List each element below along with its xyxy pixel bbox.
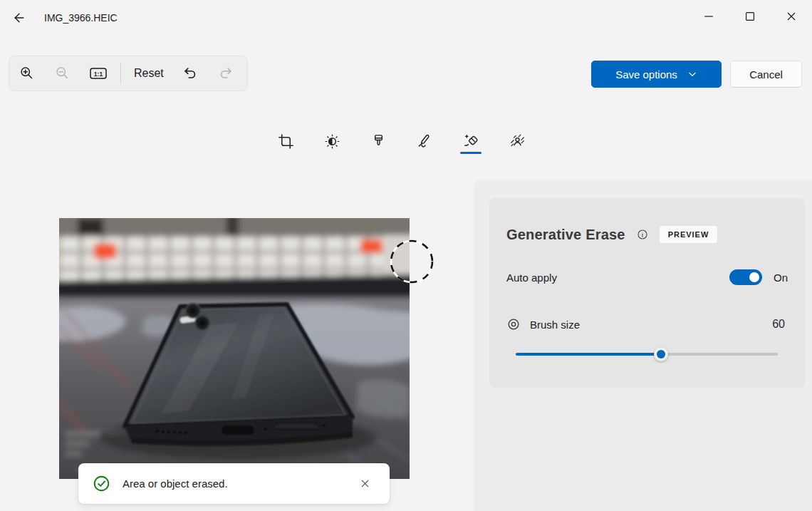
light-adjust-icon [324,133,340,150]
info-icon[interactable] [636,228,649,241]
chevron-down-icon [687,69,697,79]
zoom-out-button[interactable] [45,56,80,91]
generative-erase-panel: Generative Erase PREVIEW Auto apply On [474,180,812,511]
maximize-icon [743,9,757,24]
slider-fill [516,353,661,356]
brush-size-label: Brush size [530,319,580,331]
close-icon [784,9,798,24]
reset-button[interactable]: Reset [125,56,172,91]
filter-icon [370,133,387,150]
maximize-button[interactable] [729,0,771,33]
toast-close-button[interactable] [354,473,375,495]
panel-title: Generative Erase [506,227,625,243]
success-check-icon [93,475,110,492]
minimize-button[interactable] [688,0,729,33]
preview-badge: PREVIEW [660,226,718,243]
photos-editor-window: IMG_3966.HEIC [0,0,812,511]
svg-text:1:1: 1:1 [94,71,103,78]
toast-notification: Area or object erased. [78,463,390,504]
tab-background[interactable] [501,125,533,157]
close-button[interactable] [771,0,812,33]
tab-markup[interactable] [409,125,440,157]
tab-crop[interactable] [270,125,301,157]
slider-thumb-inner [657,350,665,358]
brush-size-value: 60 [772,318,785,331]
generative-erase-icon [463,133,479,150]
card-title-row: Generative Erase PREVIEW [506,224,717,245]
zoom-in-button[interactable] [9,56,45,91]
tab-filter[interactable] [363,125,394,157]
background-icon [509,133,526,150]
toolbar-divider [120,63,121,83]
back-button[interactable] [7,8,31,28]
auto-apply-row: Auto apply On [506,267,788,288]
actual-size-button[interactable]: 1:1 [80,56,116,91]
tab-generative-erase[interactable] [455,125,486,157]
toast-message: Area or object erased. [123,478,228,490]
auto-apply-toggle[interactable] [729,269,762,285]
redo-icon [218,66,234,81]
photo-canvas[interactable] [59,218,410,479]
toggle-knob [749,272,759,282]
edit-tabs [270,125,533,157]
window-title: IMG_3966.HEIC [44,12,118,24]
brush-size-row: Brush size 60 [506,314,785,335]
zoom-in-icon [19,66,35,81]
brush-size-slider[interactable] [516,347,778,361]
zoom-out-icon [55,66,71,81]
brush-size-icon [506,317,521,331]
back-arrow-icon [12,11,26,25]
crop-icon [278,133,294,150]
auto-apply-state: On [774,272,788,284]
selected-tab-indicator [460,152,482,154]
canvas-toolbar: 1:1 Reset [9,56,248,91]
markup-icon [417,133,433,150]
save-options-label: Save options [615,68,677,81]
auto-apply-label: Auto apply [506,272,557,284]
redo-button[interactable] [208,56,244,91]
actual-size-icon: 1:1 [89,66,108,81]
window-controls [688,0,812,33]
undo-icon [182,66,198,81]
undo-button[interactable] [172,56,208,91]
slider-thumb[interactable] [654,347,668,361]
minimize-icon [702,9,716,24]
cancel-button[interactable]: Cancel [730,61,802,88]
generative-erase-card: Generative Erase PREVIEW Auto apply On [489,198,805,388]
tab-light-adjust[interactable] [316,125,348,157]
save-options-button[interactable]: Save options [591,61,722,88]
